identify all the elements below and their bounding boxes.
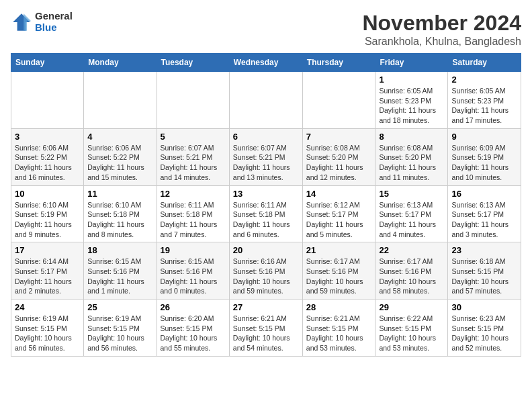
day-number: 7 bbox=[306, 132, 372, 142]
header-saturday: Saturday bbox=[448, 54, 521, 72]
day-info: Sunrise: 6:21 AM Sunset: 5:15 PM Dayligh… bbox=[233, 314, 299, 353]
calendar-cell: 25Sunrise: 6:19 AM Sunset: 5:15 PM Dayli… bbox=[84, 300, 157, 357]
day-number: 16 bbox=[451, 189, 517, 199]
calendar-cell: 21Sunrise: 6:17 AM Sunset: 5:16 PM Dayli… bbox=[302, 242, 375, 300]
day-info: Sunrise: 6:06 AM Sunset: 5:22 PM Dayligh… bbox=[15, 143, 80, 183]
calendar-cell: 2Sunrise: 6:05 AM Sunset: 5:23 PM Daylig… bbox=[448, 72, 521, 129]
calendar-cell: 19Sunrise: 6:15 AM Sunset: 5:16 PM Dayli… bbox=[157, 242, 229, 300]
calendar-cell: 23Sunrise: 6:18 AM Sunset: 5:15 PM Dayli… bbox=[448, 242, 521, 300]
header-wednesday: Wednesday bbox=[229, 54, 302, 72]
day-number: 5 bbox=[161, 132, 226, 142]
day-number: 8 bbox=[379, 132, 444, 142]
calendar-cell: 26Sunrise: 6:20 AM Sunset: 5:15 PM Dayli… bbox=[157, 300, 229, 357]
calendar-cell: 30Sunrise: 6:23 AM Sunset: 5:15 PM Dayli… bbox=[448, 300, 521, 357]
day-info: Sunrise: 6:15 AM Sunset: 5:16 PM Dayligh… bbox=[161, 257, 226, 296]
header-tuesday: Tuesday bbox=[157, 54, 229, 72]
logo-text: General Blue bbox=[35, 11, 73, 33]
calendar-cell: 13Sunrise: 6:11 AM Sunset: 5:18 PM Dayli… bbox=[229, 185, 302, 242]
day-number: 13 bbox=[233, 189, 299, 199]
day-number: 20 bbox=[233, 245, 299, 255]
logo: General Blue bbox=[11, 11, 73, 33]
calendar-cell bbox=[302, 72, 375, 129]
calendar-cell: 4Sunrise: 6:06 AM Sunset: 5:22 PM Daylig… bbox=[84, 128, 157, 185]
calendar-cell: 10Sunrise: 6:10 AM Sunset: 5:19 PM Dayli… bbox=[11, 185, 84, 242]
calendar-cell: 18Sunrise: 6:15 AM Sunset: 5:16 PM Dayli… bbox=[84, 242, 157, 300]
day-info: Sunrise: 6:13 AM Sunset: 5:17 PM Dayligh… bbox=[379, 200, 444, 240]
day-number: 10 bbox=[15, 189, 80, 199]
day-number: 24 bbox=[15, 302, 80, 312]
calendar-cell: 5Sunrise: 6:07 AM Sunset: 5:21 PM Daylig… bbox=[157, 128, 229, 185]
calendar-table: SundayMondayTuesdayWednesdayThursdayFrid… bbox=[11, 53, 521, 357]
day-number: 4 bbox=[87, 132, 152, 142]
calendar-cell: 7Sunrise: 6:08 AM Sunset: 5:20 PM Daylig… bbox=[302, 128, 375, 185]
week-row-1: 3Sunrise: 6:06 AM Sunset: 5:22 PM Daylig… bbox=[11, 128, 521, 185]
day-number: 2 bbox=[451, 75, 517, 85]
day-number: 19 bbox=[161, 245, 226, 255]
calendar-cell: 9Sunrise: 6:09 AM Sunset: 5:19 PM Daylig… bbox=[448, 128, 521, 185]
day-info: Sunrise: 6:07 AM Sunset: 5:21 PM Dayligh… bbox=[161, 143, 226, 183]
day-info: Sunrise: 6:19 AM Sunset: 5:15 PM Dayligh… bbox=[15, 314, 80, 353]
header: General Blue November 2024 Sarankhola, K… bbox=[11, 11, 521, 48]
day-number: 3 bbox=[15, 132, 80, 142]
day-info: Sunrise: 6:17 AM Sunset: 5:16 PM Dayligh… bbox=[379, 257, 444, 296]
day-info: Sunrise: 6:08 AM Sunset: 5:20 PM Dayligh… bbox=[306, 143, 372, 183]
calendar-cell bbox=[229, 72, 302, 129]
day-number: 14 bbox=[306, 189, 372, 199]
day-number: 1 bbox=[379, 75, 444, 85]
day-info: Sunrise: 6:14 AM Sunset: 5:17 PM Dayligh… bbox=[15, 257, 80, 296]
logo-blue: Blue bbox=[35, 22, 73, 34]
calendar-cell bbox=[84, 72, 157, 129]
calendar-cell: 1Sunrise: 6:05 AM Sunset: 5:23 PM Daylig… bbox=[375, 72, 448, 129]
week-row-3: 17Sunrise: 6:14 AM Sunset: 5:17 PM Dayli… bbox=[11, 242, 521, 300]
calendar-cell: 29Sunrise: 6:22 AM Sunset: 5:15 PM Dayli… bbox=[375, 300, 448, 357]
day-number: 18 bbox=[87, 245, 152, 255]
day-number: 12 bbox=[161, 189, 226, 199]
day-number: 15 bbox=[379, 189, 444, 199]
day-number: 29 bbox=[379, 302, 444, 312]
day-info: Sunrise: 6:16 AM Sunset: 5:16 PM Dayligh… bbox=[233, 257, 299, 296]
day-number: 9 bbox=[451, 132, 517, 142]
day-info: Sunrise: 6:09 AM Sunset: 5:19 PM Dayligh… bbox=[451, 143, 517, 183]
calendar-cell: 17Sunrise: 6:14 AM Sunset: 5:17 PM Dayli… bbox=[11, 242, 84, 300]
calendar-cell bbox=[11, 72, 84, 129]
location-title: Sarankhola, Khulna, Bangladesh bbox=[362, 36, 521, 48]
header-monday: Monday bbox=[84, 54, 157, 72]
day-number: 23 bbox=[451, 245, 517, 255]
day-info: Sunrise: 6:10 AM Sunset: 5:18 PM Dayligh… bbox=[87, 200, 152, 240]
header-friday: Friday bbox=[375, 54, 448, 72]
calendar-cell bbox=[157, 72, 229, 129]
week-row-4: 24Sunrise: 6:19 AM Sunset: 5:15 PM Dayli… bbox=[11, 300, 521, 357]
day-info: Sunrise: 6:21 AM Sunset: 5:15 PM Dayligh… bbox=[306, 314, 372, 353]
calendar-cell: 12Sunrise: 6:11 AM Sunset: 5:18 PM Dayli… bbox=[157, 185, 229, 242]
calendar-cell: 6Sunrise: 6:07 AM Sunset: 5:21 PM Daylig… bbox=[229, 128, 302, 185]
day-info: Sunrise: 6:23 AM Sunset: 5:15 PM Dayligh… bbox=[451, 314, 517, 353]
day-number: 17 bbox=[15, 245, 80, 255]
calendar-cell: 11Sunrise: 6:10 AM Sunset: 5:18 PM Dayli… bbox=[84, 185, 157, 242]
day-info: Sunrise: 6:20 AM Sunset: 5:15 PM Dayligh… bbox=[161, 314, 226, 353]
calendar-cell: 14Sunrise: 6:12 AM Sunset: 5:17 PM Dayli… bbox=[302, 185, 375, 242]
day-number: 11 bbox=[87, 189, 152, 199]
day-number: 28 bbox=[306, 302, 372, 312]
logo-icon bbox=[11, 11, 32, 33]
day-info: Sunrise: 6:11 AM Sunset: 5:18 PM Dayligh… bbox=[233, 200, 299, 240]
calendar-cell: 3Sunrise: 6:06 AM Sunset: 5:22 PM Daylig… bbox=[11, 128, 84, 185]
day-number: 30 bbox=[451, 302, 517, 312]
calendar-cell: 16Sunrise: 6:13 AM Sunset: 5:17 PM Dayli… bbox=[448, 185, 521, 242]
title-block: November 2024 Sarankhola, Khulna, Bangla… bbox=[362, 11, 521, 48]
day-info: Sunrise: 6:06 AM Sunset: 5:22 PM Dayligh… bbox=[87, 143, 152, 183]
week-row-0: 1Sunrise: 6:05 AM Sunset: 5:23 PM Daylig… bbox=[11, 72, 521, 129]
calendar-cell: 28Sunrise: 6:21 AM Sunset: 5:15 PM Dayli… bbox=[302, 300, 375, 357]
day-info: Sunrise: 6:11 AM Sunset: 5:18 PM Dayligh… bbox=[161, 200, 226, 240]
day-info: Sunrise: 6:12 AM Sunset: 5:17 PM Dayligh… bbox=[306, 200, 372, 240]
day-info: Sunrise: 6:05 AM Sunset: 5:23 PM Dayligh… bbox=[451, 86, 517, 126]
day-number: 25 bbox=[87, 302, 152, 312]
calendar-cell: 8Sunrise: 6:08 AM Sunset: 5:20 PM Daylig… bbox=[375, 128, 448, 185]
header-thursday: Thursday bbox=[302, 54, 375, 72]
calendar-cell: 15Sunrise: 6:13 AM Sunset: 5:17 PM Dayli… bbox=[375, 185, 448, 242]
day-number: 22 bbox=[379, 245, 444, 255]
day-info: Sunrise: 6:17 AM Sunset: 5:16 PM Dayligh… bbox=[306, 257, 372, 296]
day-number: 26 bbox=[161, 302, 226, 312]
day-info: Sunrise: 6:13 AM Sunset: 5:17 PM Dayligh… bbox=[451, 200, 517, 240]
calendar-cell: 24Sunrise: 6:19 AM Sunset: 5:15 PM Dayli… bbox=[11, 300, 84, 357]
week-row-2: 10Sunrise: 6:10 AM Sunset: 5:19 PM Dayli… bbox=[11, 185, 521, 242]
